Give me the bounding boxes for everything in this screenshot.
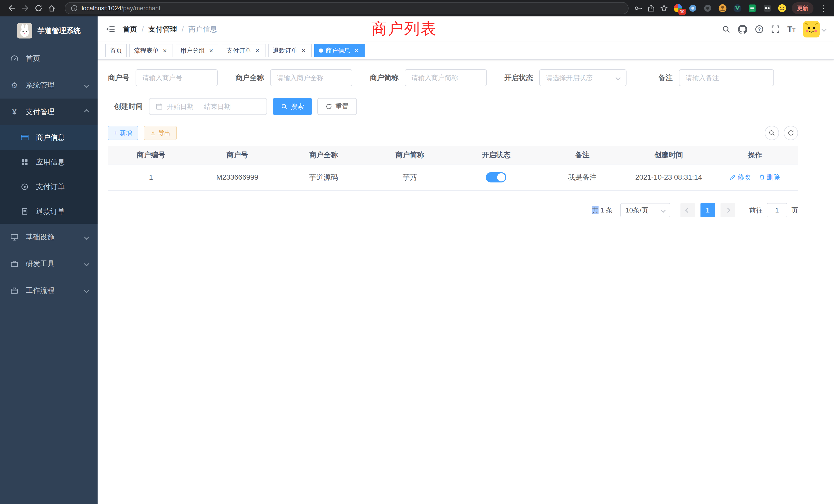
breadcrumb-merchant-info: 商户信息	[189, 24, 217, 34]
sidebar-item-infrastructure[interactable]: 基础设施	[0, 224, 97, 250]
share-icon[interactable]	[647, 4, 655, 12]
sidebar-item-app-info[interactable]: 应用信息	[0, 150, 97, 175]
browser-toolbar: localhost:1024/pay/merchant 10 更新 ⋮	[0, 0, 834, 17]
header-search-icon[interactable]	[722, 25, 730, 33]
tags-view: 首页 流程表单× 用户分组× 支付订单× 退款订单× 商户信息×	[97, 42, 834, 60]
sidebar-item-merchant-info[interactable]: 商户信息	[0, 125, 97, 150]
toggle-search-button[interactable]	[765, 126, 779, 140]
next-page-button[interactable]	[721, 203, 735, 217]
document-icon	[20, 208, 30, 215]
goto-page-input[interactable]	[767, 203, 787, 217]
status-toggle[interactable]	[486, 172, 506, 182]
active-tab-dot	[319, 48, 323, 53]
breadcrumb-payment[interactable]: 支付管理	[148, 24, 177, 34]
browser-reload-icon[interactable]	[32, 2, 45, 15]
table-header-row: 商户编号 商户号 商户全称 商户简称 开启状态 备注 创建时间 操作	[108, 146, 798, 164]
pagination-total: 共 1 条	[592, 206, 613, 215]
gear-icon: ⚙	[9, 81, 20, 90]
breadcrumb: 首页 / 支付管理 / 商户信息	[123, 24, 217, 34]
password-key-icon[interactable]	[634, 4, 642, 13]
extension-icon-blue[interactable]	[688, 3, 698, 13]
extension-icon-vue-devtools[interactable]	[732, 3, 743, 13]
date-start-placeholder: 开始日期	[167, 102, 194, 111]
extension-icon-dark-circle[interactable]	[703, 3, 713, 13]
add-button[interactable]: + 新增	[108, 126, 138, 140]
address-bar[interactable]: localhost:1024/pay/merchant	[65, 2, 629, 14]
table-toolbar: + 新增 导出	[108, 126, 798, 140]
browser-back-icon[interactable]	[5, 2, 19, 15]
full-name-input[interactable]	[277, 74, 346, 82]
breadcrumb-home[interactable]: 首页	[123, 24, 137, 34]
tab-close-icon[interactable]: ×	[300, 47, 307, 54]
sidebar-item-payment[interactable]: ¥ 支付管理	[0, 98, 97, 125]
refresh-table-button[interactable]	[784, 126, 798, 140]
merchant-table: 商户编号 商户号 商户全称 商户简称 开启状态 备注 创建时间 操作 1 M23…	[108, 146, 798, 191]
fullscreen-icon[interactable]	[771, 25, 780, 33]
tab-process-form[interactable]: 流程表单×	[129, 44, 173, 57]
github-icon[interactable]	[738, 25, 747, 34]
status-select[interactable]: 请选择开启状态	[539, 69, 627, 86]
prev-page-button[interactable]	[680, 203, 695, 217]
bookmark-star-icon[interactable]	[660, 4, 668, 12]
create-time-range-picker[interactable]: 开始日期 - 结束日期	[149, 98, 267, 115]
cell-create-time: 2021-10-23 08:31:14	[626, 164, 712, 190]
extension-icon-tampermonkey[interactable]	[762, 3, 772, 13]
search-button[interactable]: 搜索	[273, 98, 312, 115]
browser-menu-icon[interactable]: ⋮	[818, 4, 829, 13]
app-logo[interactable]: 芋道管理系统	[0, 17, 97, 45]
browser-forward-icon[interactable]	[19, 2, 32, 15]
edit-link[interactable]: 修改	[730, 173, 751, 182]
reset-button[interactable]: 重置	[317, 98, 357, 115]
chevron-down-icon	[661, 208, 666, 213]
tab-user-group[interactable]: 用户分组×	[176, 44, 219, 57]
merchant-no-input[interactable]	[142, 74, 211, 82]
tab-pay-order[interactable]: 支付订单×	[222, 44, 265, 57]
briefcase-icon	[9, 287, 20, 295]
page-size-select[interactable]: 10条/页	[620, 203, 670, 217]
cell-merchant-no: M233666999	[194, 164, 280, 190]
tab-close-icon[interactable]: ×	[353, 47, 360, 54]
help-icon[interactable]: ?	[755, 25, 764, 33]
remark-input[interactable]	[686, 74, 767, 82]
tab-refund-order[interactable]: 退款订单×	[268, 44, 312, 57]
site-info-icon[interactable]	[71, 5, 78, 12]
sidebar-item-pay-order[interactable]: 支付订单	[0, 175, 97, 199]
plus-icon: +	[114, 129, 117, 137]
extension-icon-emoji[interactable]	[777, 3, 787, 13]
sidebar-item-dev-tools[interactable]: 研发工具	[0, 250, 97, 277]
sidebar-item-home[interactable]: 首页	[0, 45, 97, 72]
tab-close-icon[interactable]: ×	[254, 47, 261, 54]
short-name-input[interactable]	[411, 74, 480, 82]
tab-close-icon[interactable]: ×	[161, 47, 169, 54]
sidebar-toggle-icon[interactable]	[106, 25, 115, 34]
tab-merchant-info[interactable]: 商户信息×	[314, 44, 365, 57]
monitor-icon	[9, 233, 20, 241]
url-host: localhost:1024	[82, 5, 122, 12]
sidebar-item-refund-order[interactable]: 退款订单	[0, 199, 97, 224]
date-end-placeholder: 结束日期	[204, 102, 231, 111]
browser-update-button[interactable]: 更新	[792, 2, 813, 14]
download-icon	[150, 130, 156, 136]
toolbox-icon	[9, 260, 20, 268]
delete-link[interactable]: 删除	[759, 173, 780, 182]
merchant-no-label: 商户号	[108, 73, 129, 83]
font-size-icon[interactable]: TT	[787, 25, 795, 34]
sidebar-item-workflow[interactable]: 工作流程	[0, 277, 97, 304]
pencil-icon	[730, 174, 736, 180]
chevron-up-icon	[84, 109, 89, 114]
cell-remark: 我是备注	[539, 164, 626, 190]
extension-icon-colorful[interactable]: 10	[673, 3, 683, 13]
extension-icon-sheets[interactable]	[747, 3, 758, 13]
page-1-button[interactable]: 1	[701, 203, 715, 217]
yen-icon: ¥	[9, 108, 20, 116]
user-menu[interactable]	[803, 21, 826, 38]
tab-close-icon[interactable]: ×	[207, 47, 215, 54]
annotation-merchant-list: 商户列表	[371, 19, 437, 39]
tab-home[interactable]: 首页	[105, 44, 127, 57]
sidebar-item-system[interactable]: ⚙ 系统管理	[0, 72, 97, 98]
browser-home-icon[interactable]	[45, 2, 59, 15]
merchant-no-input-wrap	[136, 69, 218, 86]
export-button[interactable]: 导出	[144, 126, 177, 140]
extension-icon-avatar[interactable]	[718, 3, 728, 13]
grid-icon	[20, 158, 30, 166]
